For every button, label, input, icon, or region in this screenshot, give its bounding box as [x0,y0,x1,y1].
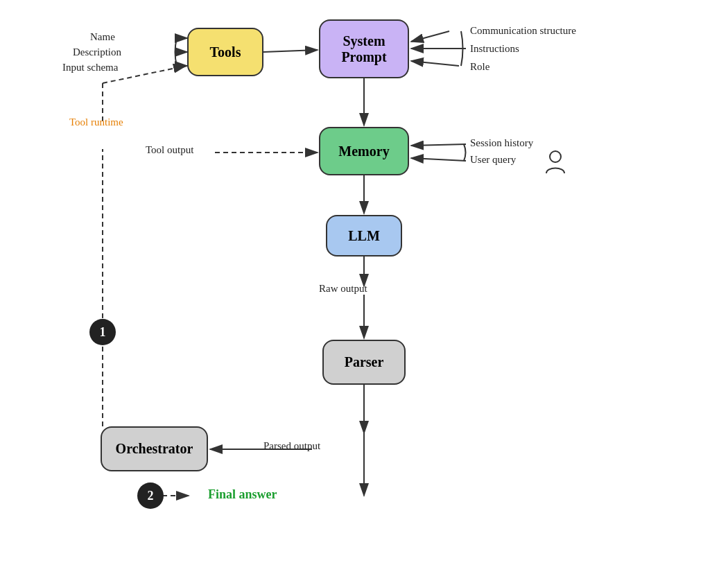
tools-node: Tools [187,28,263,76]
svg-line-2 [263,50,318,52]
input-schema-label: Input schema [62,62,118,73]
tool-output-label: Tool output [146,144,193,156]
parsed-output-label: Parsed output [263,440,320,452]
name-label: Name [90,31,115,43]
memory-label: Memory [338,144,389,159]
parser-node: Parser [322,340,406,385]
description-label: Description [73,46,121,58]
communication-structure-label: Communication structure [470,25,576,37]
tools-label: Tools [210,44,241,60]
memory-node: Memory [319,127,409,175]
user-query-label: User query [470,154,516,166]
user-icon [545,150,566,180]
system-prompt-label: System Prompt [341,33,386,65]
svg-line-11 [411,61,459,66]
system-prompt-node: System Prompt [319,19,409,78]
instructions-label: Instructions [470,43,519,55]
orchestrator-node: Orchestrator [101,426,208,471]
svg-line-13 [411,158,466,161]
llm-label: LLM [348,228,380,244]
llm-node: LLM [326,215,402,257]
diagram: Tools System Prompt Memory LLM Parser Or… [0,0,728,565]
orchestrator-label: Orchestrator [116,441,193,457]
raw-output-label: Raw output [319,283,367,295]
session-history-label: Session history [470,137,533,149]
role-label: Role [470,61,489,73]
final-answer-label: Final answer [208,487,277,502]
tool-runtime-label: Tool runtime [69,116,123,128]
badge-1: 1 [89,319,116,345]
svg-point-20 [550,151,561,162]
svg-line-9 [411,31,449,42]
badge-2: 2 [137,483,164,509]
parser-label: Parser [345,354,384,370]
svg-line-12 [411,144,466,146]
